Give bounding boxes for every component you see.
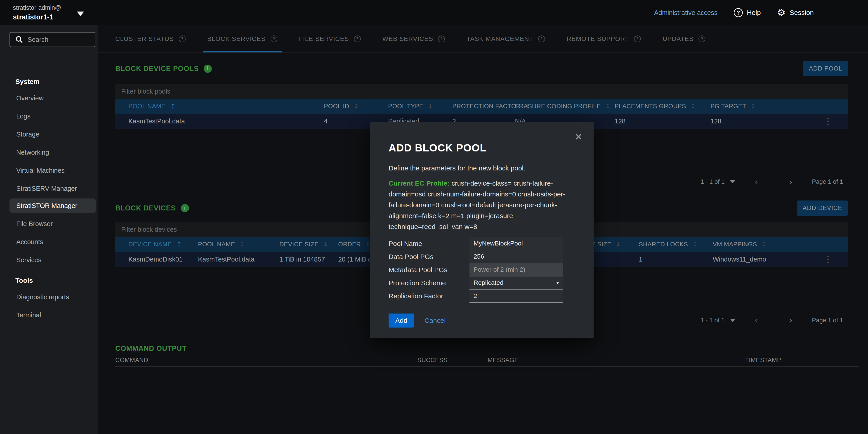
help-icon: ? [734,8,743,17]
ec-profile-label: Current EC Profile: [389,180,450,187]
session-menu[interactable]: ⚙ Session [777,8,814,18]
help-label: Help [747,9,761,17]
sidebar-item-stratistor-manager[interactable]: StratiSTOR Manager [9,198,96,213]
column-header-pool-name[interactable]: POOL NAME↑ [115,102,311,110]
protection-scheme-select[interactable]: Replicated ▾ [469,276,563,289]
column-header-timestamp: TIMESTAMP [745,357,860,364]
column-header-placements-groups[interactable]: PLACEMENTS GROUPS↕ [601,103,698,110]
sidebar-item-overview[interactable]: Overview [9,91,96,105]
output-section-title: COMMAND OUTPUT [115,344,186,352]
next-page-button[interactable]: › [778,315,804,326]
column-header-pool-id[interactable]: POOL ID↕ [311,103,375,110]
dialog-description: Define the parameters for the new block … [389,164,575,172]
column-header-success: SUCCESS [417,357,488,364]
per-page-selector[interactable]: 1 - 1 of 1 [701,317,735,324]
metadata-pool-pgs-field[interactable] [469,264,563,276]
column-header-device-size[interactable]: DEVICE SIZE↕ [266,241,325,248]
pools-section-header: BLOCK DEVICE POOLS i ADD POOL [98,61,868,76]
kebab-menu-icon[interactable]: ⋮ [816,116,848,126]
sidebar-item-file-browser[interactable]: File Browser [9,217,96,231]
sidebar-item-networking[interactable]: Networking [9,145,96,160]
sidebar-item-stratiserv-manager[interactable]: StratiSERV Manager [9,181,96,196]
cancel-button[interactable]: Cancel [425,317,445,324]
pool-name-field[interactable] [469,237,563,250]
metadata-pool-pgs-label: Metadata Pool PGs [389,266,469,274]
tab-block-services[interactable]: BLOCK SERVICES? [207,25,277,53]
info-icon[interactable]: i [204,65,212,73]
prev-page-button[interactable]: ‹ [743,315,770,326]
question-icon: ? [538,35,545,42]
sidebar-item-virtual-machines[interactable]: Virtual Machines [9,163,96,178]
chevron-down-icon: ▾ [556,280,559,286]
sidebar-search[interactable] [9,32,95,47]
pool-name-label: Pool Name [389,240,469,248]
close-icon[interactable]: × [575,131,582,142]
info-icon[interactable]: i [181,204,189,212]
sidebar-item-services[interactable]: Services [9,253,96,267]
column-header-pg-target[interactable]: PG TARGET↕ [698,103,816,110]
dialog-form: Pool Name Data Pool PGs Metadata Pool PG… [389,237,594,303]
sidebar-item-storage[interactable]: Storage [9,127,96,142]
tab-remote-support[interactable]: REMOTE SUPPORT? [567,25,641,53]
sort-icon: ↕ [428,103,433,110]
chevron-down-icon[interactable] [77,11,84,16]
prev-page-button[interactable]: ‹ [743,177,770,187]
tab-task-management[interactable]: TASK MANAGEMENT? [467,25,545,53]
pools-filter-input[interactable] [115,84,848,99]
column-header-erasure-coding-profile[interactable]: ERASURE CODING PROFILE↕ [502,103,601,110]
data-pool-pgs-field[interactable] [469,250,563,264]
administrative-access-link[interactable]: Administrative access [654,9,717,17]
column-header-command: COMMAND [115,357,417,364]
question-icon: ? [438,35,445,42]
column-header-shared-locks[interactable]: SHARED LOCKS↕ [626,241,700,248]
next-page-button[interactable]: › [778,177,804,187]
chevron-down-icon [730,180,735,183]
sidebar-item-diagnostic-reports[interactable]: Diagnostic reports [9,290,96,304]
nav-heading-system: System [16,78,39,86]
sidebar-item-accounts[interactable]: Accounts [9,235,96,249]
protection-scheme-label: Protection Scheme [389,279,469,287]
sort-icon: ↕ [365,241,370,248]
tab-file-services[interactable]: FILE SERVICES? [299,25,361,53]
pools-section-title: BLOCK DEVICE POOLS [115,65,199,73]
column-header-device-name[interactable]: DEVICE NAME↑ [115,241,185,248]
data-pool-pgs-label: Data Pool PGs [389,253,469,260]
sort-asc-icon: ↑ [176,241,182,248]
session-label: Session [789,9,814,17]
tab-updates[interactable]: UPDATES? [662,25,705,53]
question-icon: ? [271,35,277,42]
per-page-selector[interactable]: 1 - 1 of 1 [701,178,735,185]
sidebar-item-logs[interactable]: Logs [9,109,96,123]
sort-icon: ↕ [690,103,695,110]
tab-web-services[interactable]: WEB SERVICES? [382,25,445,53]
sort-icon: ↕ [692,241,698,248]
output-table-header: COMMAND SUCCESS MESSAGE TIMESTAMP [115,354,860,367]
column-header-vm-mappings[interactable]: VM MAPPINGS↕ [700,241,816,248]
gear-icon: ⚙ [777,8,786,18]
page-indicator: Page 1 of 1 [812,317,843,324]
pools-table-header: POOL NAME↑ POOL ID↕ POOL TYPE↕ PROTECTIO… [115,99,848,114]
ec-profile-value: crush-device-class= crush-failure-domain… [389,180,565,230]
tab-bar: CLUSTER STATUS? BLOCK SERVICES? FILE SER… [98,25,868,53]
sort-icon: ↕ [751,103,756,110]
add-button[interactable]: Add [389,313,414,328]
user-menu[interactable]: stratistor-admin@ stratistor1-1 [0,4,84,21]
user-name: stratistor-admin@ [13,4,61,11]
column-header-pool-name[interactable]: POOL NAME↕ [185,241,266,248]
kebab-menu-icon[interactable]: ⋮ [816,254,848,264]
add-block-pool-dialog: × ADD BLOCK POOL Define the parameters f… [370,122,594,338]
sidebar-item-terminal[interactable]: Terminal [9,308,96,322]
question-icon: ? [634,35,641,42]
replication-factor-field[interactable] [469,289,563,303]
tab-cluster-status[interactable]: CLUSTER STATUS? [115,25,186,53]
devices-section-title: BLOCK DEVICES [115,204,176,212]
search-input[interactable] [28,36,91,43]
column-header-pool-type[interactable]: POOL TYPE↕ [375,103,439,110]
add-pool-button[interactable]: ADD POOL [803,61,848,76]
question-icon: ? [354,35,361,42]
help-menu[interactable]: ? Help [734,8,761,17]
add-device-button[interactable]: ADD DEVICE [797,200,848,216]
column-header-protection-factor[interactable]: PROTECTION FACTOR↕ [439,103,502,110]
top-bar: stratistor-admin@ stratistor1-1 Administ… [0,0,868,25]
sort-icon: ↕ [762,241,767,248]
